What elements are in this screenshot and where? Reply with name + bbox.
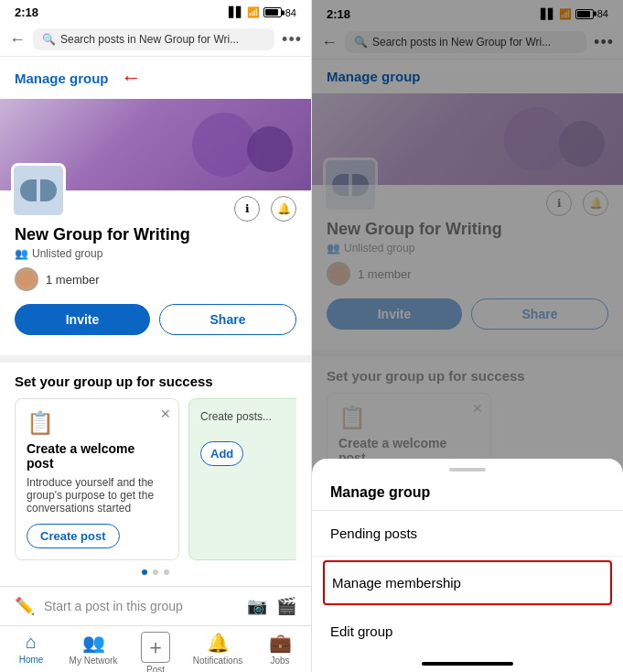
- jobs-nav-label: Jobs: [270, 656, 289, 666]
- nav-notifications[interactable]: 🔔 Notifications: [187, 632, 249, 672]
- group-header: [0, 99, 311, 190]
- notifications-nav-icon: 🔔: [207, 632, 230, 654]
- dot-2: [153, 569, 158, 575]
- time-left: 2:18: [15, 5, 38, 19]
- edit-group-label: Edit group: [330, 623, 392, 639]
- avatar-inner: [20, 172, 57, 209]
- bottom-nav-left: ⌂ Home 👥 My Network ＋ Post 🔔 Notificatio…: [0, 625, 311, 672]
- group-type: 👥 Unlisted group: [15, 247, 296, 260]
- edit-icon: ✏️: [15, 596, 35, 616]
- second-card: Create posts... Add: [188, 398, 296, 560]
- group-avatar: [11, 163, 66, 218]
- battery-pct: 84: [285, 7, 296, 18]
- card-desc: Introduce yourself and the group's purpo…: [27, 476, 167, 515]
- manage-group-bottom-sheet: Manage group Pending posts Manage member…: [312, 459, 623, 672]
- red-arrow-indicator: ←: [122, 66, 142, 90]
- sheet-title: Manage group: [312, 477, 623, 511]
- network-nav-icon: 👥: [82, 632, 105, 654]
- add-button[interactable]: Add: [200, 441, 243, 466]
- notifications-nav-label: Notifications: [193, 656, 242, 666]
- nav-home[interactable]: ⌂ Home: [0, 632, 62, 672]
- signal-icon: ▋▋: [229, 6, 243, 18]
- dot-3: [164, 569, 169, 575]
- sheet-handle: [449, 468, 486, 471]
- manage-membership-label: Manage membership: [332, 575, 461, 591]
- second-card-label: Create posts...: [200, 410, 296, 423]
- back-button-left[interactable]: ←: [9, 30, 26, 49]
- welcome-card: 📋 Create a welcome post ✕ Introduce your…: [15, 398, 179, 560]
- browser-bar-left: ← 🔍 Search posts in New Group for Wri...…: [0, 23, 311, 57]
- nav-jobs[interactable]: 💼 Jobs: [249, 632, 311, 672]
- video-icon[interactable]: 🎬: [276, 596, 296, 616]
- manage-group-text: Manage group: [15, 70, 109, 86]
- battery-icon: [263, 7, 282, 17]
- card-close-button[interactable]: ✕: [160, 406, 171, 421]
- dot-1: [142, 569, 147, 575]
- group-members: 1 member: [15, 267, 296, 291]
- info-icon[interactable]: ℹ: [234, 196, 260, 222]
- wifi-icon: 📶: [247, 6, 260, 18]
- manage-membership-item[interactable]: Manage membership: [323, 560, 612, 605]
- home-nav-icon: ⌂: [26, 632, 37, 653]
- notification-bell-icon[interactable]: 🔔: [271, 196, 296, 222]
- group-name: New Group for Writing: [15, 225, 296, 244]
- address-text-left: Search posts in New Group for Wri...: [60, 33, 239, 46]
- members-count: 1 member: [46, 273, 100, 287]
- avatar-face: [18, 271, 35, 287]
- avatar-half-left: [20, 179, 37, 201]
- status-icons-left: ▋▋ 📶 84: [229, 6, 296, 18]
- camera-icon[interactable]: 📷: [247, 596, 267, 616]
- nav-post[interactable]: ＋ Post: [124, 632, 187, 672]
- post-bar[interactable]: ✏️ Start a post in this group 📷 🎬: [0, 586, 311, 625]
- invite-button[interactable]: Invite: [15, 304, 150, 335]
- home-nav-label: Home: [19, 655, 44, 665]
- avatar-half-right: [40, 179, 57, 201]
- jobs-nav-icon: 💼: [269, 632, 292, 654]
- share-button[interactable]: Share: [159, 304, 296, 335]
- more-button-left[interactable]: •••: [282, 30, 302, 49]
- home-indicator-right: [312, 656, 623, 672]
- address-bar-left[interactable]: 🔍 Search posts in New Group for Wri...: [33, 28, 274, 50]
- group-actions: Invite Share: [15, 304, 296, 335]
- card-icon: 📋: [27, 410, 167, 436]
- left-phone-panel: 2:18 ▋▋ 📶 84 ← 🔍 Search posts in New Gro…: [0, 0, 311, 672]
- create-post-button[interactable]: Create post: [27, 524, 120, 548]
- post-placeholder: Start a post in this group: [44, 599, 238, 613]
- success-section: Set your group up for success 📋 Create a…: [0, 355, 311, 586]
- member-avatar: [15, 267, 38, 291]
- card-title: Create a welcome post: [27, 441, 167, 471]
- nav-network[interactable]: 👥 My Network: [62, 632, 124, 672]
- success-title: Set your group up for success: [15, 374, 296, 389]
- post-nav-label: Post: [146, 665, 165, 672]
- pending-posts-label: Pending posts: [330, 526, 417, 541]
- post-nav-icon: ＋: [141, 632, 170, 663]
- network-nav-label: My Network: [70, 656, 118, 666]
- group-type-text: Unlisted group: [32, 247, 102, 260]
- status-bar-left: 2:18 ▋▋ 📶 84: [0, 0, 311, 23]
- group-type-icon: 👥: [15, 247, 28, 260]
- edit-group-item[interactable]: Edit group: [312, 609, 623, 654]
- cards-row: 📋 Create a welcome post ✕ Introduce your…: [15, 398, 296, 560]
- banner-circle-small: [247, 126, 293, 172]
- pending-posts-item[interactable]: Pending posts: [312, 511, 623, 557]
- search-icon-left: 🔍: [42, 33, 56, 46]
- manage-group-link[interactable]: Manage group ←: [0, 57, 311, 99]
- right-phone-panel: 2:18 ▋▋ 📶 84 ← 🔍 Search posts in New Gro…: [311, 0, 623, 672]
- card-pagination: [15, 569, 296, 575]
